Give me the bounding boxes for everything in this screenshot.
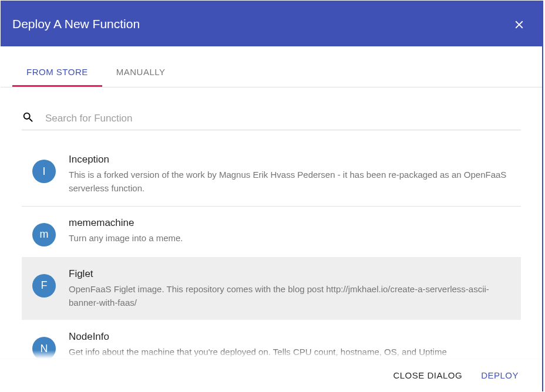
list-item-body: NodeInfo Get info about the machine that… — [69, 331, 510, 359]
list-item-body: Inception This is a forked version of th… — [69, 154, 510, 195]
search-row — [22, 111, 521, 130]
tabs: FROM STORE MANUALLY — [1, 46, 542, 87]
dialog-header: Deploy A New Function — [1, 2, 542, 46]
close-button[interactable]: CLOSE DIALOG — [383, 364, 472, 386]
list-item-title: Figlet — [69, 268, 510, 280]
avatar: N — [32, 337, 56, 360]
list-item-title: NodeInfo — [69, 331, 510, 343]
list-item[interactable]: I Inception This is a forked version of … — [22, 143, 521, 206]
list-item-desc: OpenFaaS Figlet image. This repository c… — [69, 282, 510, 310]
list-item-desc: This is a forked version of the work by … — [69, 168, 510, 195]
list-item-body: Figlet OpenFaaS Figlet image. This repos… — [69, 268, 510, 310]
dialog-content: I Inception This is a forked version of … — [1, 87, 542, 391]
list-item[interactable]: m mememachine Turn any image into a meme… — [22, 206, 521, 257]
list-item-body: mememachine Turn any image into a meme. — [69, 217, 510, 245]
search-icon — [22, 111, 35, 126]
avatar: F — [32, 274, 56, 298]
dialog-footer: CLOSE DIALOG DEPLOY — [1, 359, 542, 391]
function-list: I Inception This is a forked version of … — [22, 143, 521, 371]
avatar: m — [32, 223, 56, 246]
search-input[interactable] — [45, 113, 521, 124]
list-item-desc: Get info about the machine that you're d… — [69, 345, 510, 359]
tab-from-store[interactable]: FROM STORE — [12, 58, 102, 87]
list-item-title: Inception — [69, 154, 510, 165]
list-item-title: mememachine — [69, 217, 510, 229]
avatar: I — [32, 160, 56, 183]
deploy-dialog: Deploy A New Function FROM STORE MANUALL… — [1, 1, 543, 391]
list-item[interactable]: F Figlet OpenFaaS Figlet image. This rep… — [22, 257, 521, 320]
close-icon[interactable] — [513, 18, 526, 33]
list-item-desc: Turn any image into a meme. — [69, 231, 510, 245]
deploy-button[interactable]: DEPLOY — [472, 364, 528, 386]
tab-manually[interactable]: MANUALLY — [102, 58, 180, 87]
dialog-title: Deploy A New Function — [12, 17, 140, 31]
